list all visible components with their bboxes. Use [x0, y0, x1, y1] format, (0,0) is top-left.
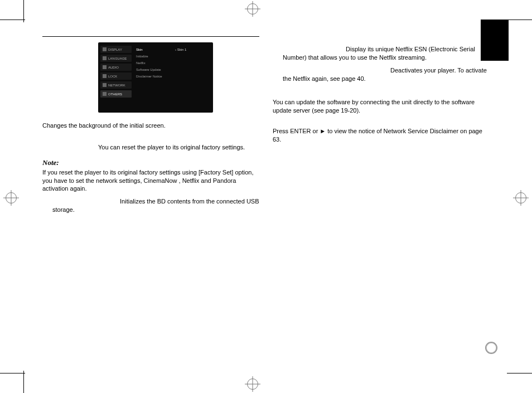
- registration-mark: [515, 192, 526, 203]
- section-rule: [42, 36, 259, 37]
- software-update-description: You can update the software by connectin…: [273, 98, 490, 115]
- display-icon: [103, 47, 107, 51]
- registration-mark: [6, 192, 17, 203]
- skin-description: Changes the background of the initial sc…: [42, 122, 259, 130]
- registration-mark: [247, 379, 258, 390]
- menu-label: OTHERS: [108, 93, 122, 96]
- registration-mark: [247, 3, 258, 14]
- note-text: If you reset the player to its original …: [42, 168, 259, 193]
- submenu-item: Netflix: [136, 61, 170, 65]
- submenu-item: Skin: [136, 48, 170, 51]
- page-content: DISPLAY LANGUAGE AUDIO LOCK NETWORK OTHE…: [42, 36, 490, 219]
- menu-label: NETWORK: [108, 84, 125, 87]
- submenu-item: Software Update: [136, 68, 170, 71]
- network-icon: [103, 83, 107, 87]
- menu-label: AUDIO: [108, 66, 119, 69]
- menu-item-others: OTHERS: [100, 90, 132, 98]
- menu-item-audio: AUDIO: [100, 64, 132, 71]
- crop-mark: [507, 20, 532, 20]
- language-icon: [103, 56, 107, 60]
- menu-item-language: LANGUAGE: [100, 55, 132, 62]
- crop-mark: [0, 373, 25, 373]
- settings-screenshot: DISPLAY LANGUAGE AUDIO LOCK NETWORK OTHE…: [98, 42, 213, 113]
- lock-icon: [103, 74, 107, 78]
- menu-label: DISPLAY: [108, 48, 122, 51]
- page-indicator-circle: [485, 342, 497, 354]
- factory-reset-description: You can reset the player to its original…: [42, 143, 259, 152]
- selected-value: Skin 1: [175, 48, 210, 51]
- deactivate-description: Deactivates your player. To activate the…: [283, 67, 487, 82]
- others-icon: [103, 92, 107, 96]
- screenshot-value-pane: Skin 1: [174, 45, 211, 110]
- note-heading: Note:: [42, 158, 259, 167]
- crop-mark: [23, 371, 24, 393]
- disclaimer-description: Press ENTER or ► to view the notice of N…: [273, 127, 490, 144]
- audio-icon: [103, 65, 107, 69]
- screenshot-main-menu: DISPLAY LANGUAGE AUDIO LOCK NETWORK OTHE…: [100, 45, 132, 110]
- left-column: DISPLAY LANGUAGE AUDIO LOCK NETWORK OTHE…: [42, 36, 259, 219]
- submenu-item: Disclaimer Notice: [136, 75, 170, 78]
- menu-item-lock: LOCK: [100, 72, 132, 80]
- menu-item-display: DISPLAY: [100, 46, 132, 53]
- esn-description: Display its unique Netflix ESN (Electron…: [283, 46, 475, 61]
- menu-label: LOCK: [108, 75, 117, 78]
- crop-mark: [507, 373, 532, 373]
- crop-mark: [23, 0, 24, 22]
- bd-init-description: Initializes the BD contents from the con…: [52, 198, 259, 213]
- menu-label: LANGUAGE: [108, 57, 127, 60]
- crop-mark: [0, 20, 25, 20]
- right-column: Display its unique Netflix ESN (Electron…: [273, 36, 490, 219]
- submenu-item: Initialize: [136, 55, 170, 58]
- screenshot-submenu: Skin Initialize Netflix Software Update …: [135, 45, 171, 110]
- menu-item-network: NETWORK: [100, 81, 132, 89]
